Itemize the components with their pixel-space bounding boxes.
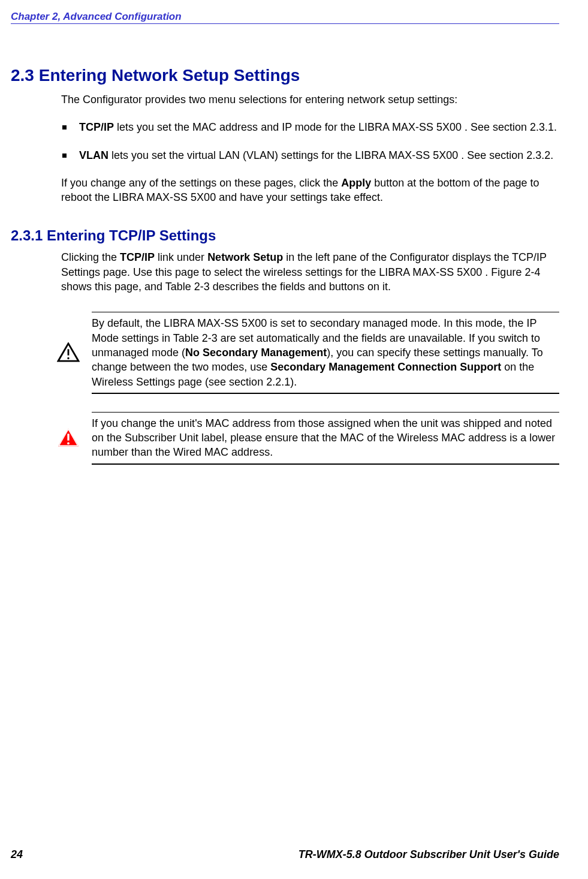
page-content: 2.3 Entering Network Setup Settings The … [11, 66, 559, 465]
body-paragraph: The Configurator provides two menu selec… [61, 92, 559, 107]
svg-point-6 [67, 442, 70, 445]
note-top-divider [92, 312, 559, 312]
note-text: If you change the unit's MAC address fro… [92, 416, 559, 460]
text-bold: Secondary Management Connection Support [270, 361, 501, 373]
body-paragraph: If you change any of the settings on the… [61, 176, 559, 205]
list-item-bold: VLAN [79, 149, 108, 161]
body-paragraph: Clicking the TCP/IP link under Network S… [61, 250, 559, 294]
footer-title: TR-WMX-5.8 Outdoor Subscriber Unit User'… [298, 848, 559, 861]
text-run: If you change any of the settings on the… [61, 177, 341, 189]
note-bottom-divider [92, 393, 559, 394]
section-title-2-3-1: 2.3.1 Entering TCP/IP Settings [11, 227, 559, 244]
section-title-2-3: 2.3 Entering Network Setup Settings [11, 66, 559, 85]
page-footer: 24 TR-WMX-5.8 Outdoor Subscriber Unit Us… [11, 848, 559, 861]
page-number: 24 [11, 848, 23, 861]
text-bold: No Secondary Management [185, 347, 327, 359]
chapter-header: Chapter 2, Advanced Configuration [11, 11, 559, 23]
note-text: By default, the LIBRA MAX-SS 5X00 is set… [92, 316, 559, 389]
list-item-bold: TCP/IP [79, 121, 114, 133]
text-run: Clicking the [61, 251, 120, 263]
svg-point-2 [67, 357, 69, 359]
note-bottom-divider [92, 463, 559, 465]
note-content: By default, the LIBRA MAX-SS 5X00 is set… [61, 314, 559, 390]
list-item: TCP/IP lets you set the MAC address and … [61, 120, 559, 134]
text-run: link under [155, 251, 207, 263]
text-bold: Network Setup [207, 251, 283, 263]
text-bold: TCP/IP [120, 251, 155, 263]
caution-note: By default, the LIBRA MAX-SS 5X00 is set… [61, 312, 559, 393]
warning-note: If you change the unit's MAC address fro… [61, 412, 559, 465]
caution-icon [57, 342, 80, 363]
note-top-divider [92, 412, 559, 413]
text-bold: Apply [341, 177, 371, 189]
note-content: If you change the unit's MAC address fro… [61, 414, 559, 462]
warning-icon [57, 428, 80, 448]
bullet-list: TCP/IP lets you set the MAC address and … [61, 120, 559, 162]
list-item-text: lets you set the MAC address and IP mode… [114, 121, 557, 133]
header-divider [11, 23, 559, 24]
list-item: VLAN lets you set the virtual LAN (VLAN)… [61, 148, 559, 162]
list-item-text: lets you set the virtual LAN (VLAN) sett… [108, 149, 553, 161]
